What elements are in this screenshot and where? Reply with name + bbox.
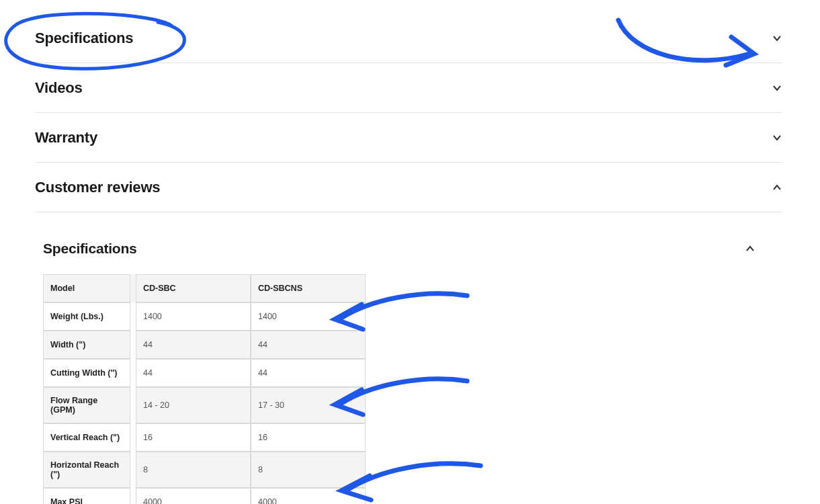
accordion-header-warranty[interactable]: Warranty <box>35 113 782 162</box>
specifications-open-header[interactable]: Specifications <box>43 233 755 265</box>
table-row: Weight (Lbs.)14001400 <box>43 302 366 331</box>
specifications-table: Model CD-SBC CD-SBCNS Weight (Lbs.)14001… <box>43 274 366 504</box>
accordion-header-customer-reviews[interactable]: Customer reviews <box>35 163 782 212</box>
table-cell: 8 <box>251 452 366 488</box>
table-row: Cutting Width (")4444 <box>43 359 366 387</box>
accordion-title-specifications: Specifications <box>35 30 133 47</box>
table-row: Horizontal Reach (")88 <box>43 452 366 488</box>
accordion-header-videos[interactable]: Videos <box>35 63 782 112</box>
table-row: Max PSI40004000 <box>43 488 366 504</box>
table-row-label: Flow Range (GPM) <box>43 387 130 423</box>
table-cell: 14 - 20 <box>136 387 251 423</box>
table-row-label: Horizontal Reach (") <box>43 452 130 488</box>
table-cell: 16 <box>251 423 366 452</box>
accordion-item-videos: Videos <box>35 63 782 113</box>
table-row: Width (")4444 <box>43 331 366 359</box>
table-cell: 8 <box>136 452 251 488</box>
accordion-item-specifications: Specifications <box>35 13 782 63</box>
table-row: Flow Range (GPM)14 - 2017 - 30 <box>43 387 366 423</box>
table-header-model: Model <box>43 274 130 302</box>
table-cell: 44 <box>251 331 366 359</box>
chevron-down-icon <box>772 83 782 93</box>
table-cell: 44 <box>136 331 251 359</box>
table-cell: 16 <box>136 423 251 452</box>
accordion-title-customer-reviews: Customer reviews <box>35 179 160 196</box>
table-cell: 4000 <box>136 488 251 504</box>
table-cell: 44 <box>136 359 251 387</box>
chevron-up-icon <box>745 243 755 254</box>
chevron-down-icon <box>772 132 782 143</box>
accordion-title-warranty: Warranty <box>35 129 97 146</box>
specifications-open-title: Specifications <box>43 241 137 257</box>
table-cell: 17 - 30 <box>251 387 366 423</box>
table-header-col1: CD-SBC <box>136 274 251 302</box>
table-row-label: Width (") <box>43 331 130 359</box>
table-row-label: Vertical Reach (") <box>43 423 130 452</box>
table-header-row: Model CD-SBC CD-SBCNS <box>43 274 366 302</box>
table-cell: 4000 <box>251 488 366 504</box>
table-row-label: Cutting Width (") <box>43 359 130 387</box>
table-cell: 44 <box>251 359 366 387</box>
accordion-item-customer-reviews: Customer reviews <box>35 163 782 212</box>
accordion-title-videos: Videos <box>35 79 83 97</box>
table-row-label: Max PSI <box>43 488 130 504</box>
table-row-label: Weight (Lbs.) <box>43 302 130 331</box>
chevron-up-icon <box>772 182 782 193</box>
table-cell: 1400 <box>251 302 366 331</box>
accordion-header-specifications[interactable]: Specifications <box>35 13 782 62</box>
specifications-open-section: Specifications Model CD-SBC CD-SBCNS Wei… <box>35 233 782 504</box>
table-row: Vertical Reach (")1616 <box>43 423 366 452</box>
table-header-col2: CD-SBCNS <box>251 274 366 302</box>
chevron-down-icon <box>772 33 782 44</box>
table-cell: 1400 <box>136 302 251 331</box>
accordion-item-warranty: Warranty <box>35 113 782 163</box>
